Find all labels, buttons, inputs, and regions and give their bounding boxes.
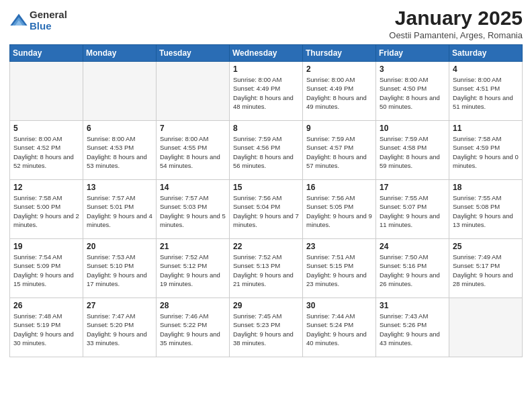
day-info: Sunrise: 8:00 AM Sunset: 4:50 PM Dayligh…	[380, 75, 445, 111]
calendar-week-4: 26Sunrise: 7:48 AM Sunset: 5:19 PM Dayli…	[10, 298, 523, 357]
day-info: Sunrise: 7:57 AM Sunset: 5:01 PM Dayligh…	[87, 193, 152, 229]
day-info: Sunrise: 7:52 AM Sunset: 5:13 PM Dayligh…	[233, 253, 299, 288]
calendar-cell: 16Sunrise: 7:56 AM Sunset: 5:05 PM Dayli…	[303, 180, 376, 239]
calendar-cell: 8Sunrise: 7:59 AM Sunset: 4:56 PM Daylig…	[230, 121, 303, 180]
day-info: Sunrise: 7:51 AM Sunset: 5:15 PM Dayligh…	[306, 253, 372, 288]
day-number: 16	[306, 183, 372, 192]
header-monday: Monday	[83, 45, 157, 62]
day-number: 23	[306, 242, 372, 251]
day-number: 31	[380, 301, 445, 310]
header-thursday: Thursday	[303, 45, 376, 62]
calendar-cell: 25Sunrise: 7:49 AM Sunset: 5:17 PM Dayli…	[449, 239, 523, 298]
day-info: Sunrise: 7:56 AM Sunset: 5:05 PM Dayligh…	[306, 193, 372, 229]
calendar-week-1: 5Sunrise: 8:00 AM Sunset: 4:52 PM Daylig…	[10, 121, 523, 180]
day-number: 11	[453, 124, 519, 133]
day-info: Sunrise: 7:43 AM Sunset: 5:26 PM Dayligh…	[380, 312, 445, 347]
calendar-cell: 15Sunrise: 7:56 AM Sunset: 5:04 PM Dayli…	[230, 180, 303, 239]
calendar-cell	[83, 62, 157, 121]
day-number: 12	[13, 183, 79, 192]
header-friday: Friday	[376, 45, 449, 62]
day-number: 20	[87, 242, 152, 251]
day-number: 24	[380, 242, 445, 251]
day-info: Sunrise: 7:58 AM Sunset: 4:59 PM Dayligh…	[453, 134, 519, 170]
page: General Blue January 2025 Oestii Pamante…	[0, 0, 532, 411]
calendar-week-3: 19Sunrise: 7:54 AM Sunset: 5:09 PM Dayli…	[10, 239, 523, 298]
calendar-cell: 11Sunrise: 7:58 AM Sunset: 4:59 PM Dayli…	[449, 121, 523, 180]
calendar-table: Sunday Monday Tuesday Wednesday Thursday…	[9, 44, 523, 357]
day-number: 7	[160, 124, 226, 133]
day-info: Sunrise: 7:52 AM Sunset: 5:12 PM Dayligh…	[160, 253, 226, 288]
calendar-cell: 21Sunrise: 7:52 AM Sunset: 5:12 PM Dayli…	[157, 239, 230, 298]
logo-blue: Blue	[30, 21, 67, 32]
day-info: Sunrise: 7:49 AM Sunset: 5:17 PM Dayligh…	[453, 253, 519, 288]
day-info: Sunrise: 7:59 AM Sunset: 4:58 PM Dayligh…	[380, 134, 445, 170]
calendar-week-2: 12Sunrise: 7:58 AM Sunset: 5:00 PM Dayli…	[10, 180, 523, 239]
weekday-header-row: Sunday Monday Tuesday Wednesday Thursday…	[10, 45, 523, 62]
day-number: 3	[380, 64, 445, 74]
day-number: 2	[306, 64, 372, 74]
calendar-cell: 31Sunrise: 7:43 AM Sunset: 5:26 PM Dayli…	[376, 298, 449, 357]
calendar-title: January 2025	[389, 7, 523, 29]
calendar-cell: 29Sunrise: 7:45 AM Sunset: 5:23 PM Dayli…	[230, 298, 303, 357]
day-number: 9	[306, 124, 372, 133]
day-number: 28	[160, 301, 226, 310]
calendar-week-0: 1Sunrise: 8:00 AM Sunset: 4:49 PM Daylig…	[10, 62, 523, 121]
logo-general: General	[30, 9, 67, 21]
calendar-cell: 1Sunrise: 8:00 AM Sunset: 4:49 PM Daylig…	[230, 62, 303, 121]
day-info: Sunrise: 7:46 AM Sunset: 5:22 PM Dayligh…	[160, 312, 226, 347]
day-number: 1	[233, 64, 299, 74]
day-info: Sunrise: 7:53 AM Sunset: 5:10 PM Dayligh…	[87, 253, 152, 288]
day-info: Sunrise: 8:00 AM Sunset: 4:55 PM Dayligh…	[160, 134, 226, 170]
day-number: 27	[87, 301, 152, 310]
day-info: Sunrise: 7:50 AM Sunset: 5:16 PM Dayligh…	[380, 253, 445, 288]
day-info: Sunrise: 8:00 AM Sunset: 4:53 PM Dayligh…	[87, 134, 152, 170]
calendar-cell: 6Sunrise: 8:00 AM Sunset: 4:53 PM Daylig…	[83, 121, 157, 180]
calendar-cell: 13Sunrise: 7:57 AM Sunset: 5:01 PM Dayli…	[83, 180, 157, 239]
day-info: Sunrise: 7:45 AM Sunset: 5:23 PM Dayligh…	[233, 312, 299, 347]
header: General Blue January 2025 Oestii Pamante…	[9, 7, 523, 40]
calendar-cell: 30Sunrise: 7:44 AM Sunset: 5:24 PM Dayli…	[303, 298, 376, 357]
calendar-cell: 2Sunrise: 8:00 AM Sunset: 4:49 PM Daylig…	[303, 62, 376, 121]
calendar-cell: 20Sunrise: 7:53 AM Sunset: 5:10 PM Dayli…	[83, 239, 157, 298]
day-info: Sunrise: 8:00 AM Sunset: 4:49 PM Dayligh…	[306, 75, 372, 111]
day-info: Sunrise: 7:54 AM Sunset: 5:09 PM Dayligh…	[13, 253, 79, 288]
calendar-cell: 14Sunrise: 7:57 AM Sunset: 5:03 PM Dayli…	[157, 180, 230, 239]
calendar-cell: 28Sunrise: 7:46 AM Sunset: 5:22 PM Dayli…	[157, 298, 230, 357]
calendar-cell: 22Sunrise: 7:52 AM Sunset: 5:13 PM Dayli…	[230, 239, 303, 298]
calendar-cell: 19Sunrise: 7:54 AM Sunset: 5:09 PM Dayli…	[10, 239, 83, 298]
day-number: 5	[13, 124, 79, 133]
day-number: 30	[306, 301, 372, 310]
calendar-cell: 4Sunrise: 8:00 AM Sunset: 4:51 PM Daylig…	[449, 62, 523, 121]
calendar-subtitle: Oestii Pamanteni, Arges, Romania	[389, 30, 523, 40]
day-number: 21	[160, 242, 226, 251]
calendar-cell: 10Sunrise: 7:59 AM Sunset: 4:58 PM Dayli…	[376, 121, 449, 180]
day-info: Sunrise: 7:55 AM Sunset: 5:07 PM Dayligh…	[380, 193, 445, 229]
calendar-cell: 7Sunrise: 8:00 AM Sunset: 4:55 PM Daylig…	[157, 121, 230, 180]
day-info: Sunrise: 7:57 AM Sunset: 5:03 PM Dayligh…	[160, 193, 226, 229]
logo: General Blue	[9, 9, 67, 32]
calendar-cell: 18Sunrise: 7:55 AM Sunset: 5:08 PM Dayli…	[449, 180, 523, 239]
header-tuesday: Tuesday	[157, 45, 230, 62]
header-sunday: Sunday	[10, 45, 83, 62]
day-number: 29	[233, 301, 299, 310]
calendar-cell	[157, 62, 230, 121]
calendar-cell: 5Sunrise: 8:00 AM Sunset: 4:52 PM Daylig…	[10, 121, 83, 180]
day-info: Sunrise: 8:00 AM Sunset: 4:52 PM Dayligh…	[13, 134, 79, 170]
calendar-cell: 27Sunrise: 7:47 AM Sunset: 5:20 PM Dayli…	[83, 298, 157, 357]
day-number: 4	[453, 64, 519, 74]
day-number: 15	[233, 183, 299, 192]
calendar-cell: 12Sunrise: 7:58 AM Sunset: 5:00 PM Dayli…	[10, 180, 83, 239]
day-info: Sunrise: 7:59 AM Sunset: 4:56 PM Dayligh…	[233, 134, 299, 170]
day-number: 10	[380, 124, 445, 133]
day-number: 26	[13, 301, 79, 310]
title-block: January 2025 Oestii Pamanteni, Arges, Ro…	[389, 7, 523, 40]
day-info: Sunrise: 7:59 AM Sunset: 4:57 PM Dayligh…	[306, 134, 372, 170]
day-number: 22	[233, 242, 299, 251]
calendar-cell: 23Sunrise: 7:51 AM Sunset: 5:15 PM Dayli…	[303, 239, 376, 298]
header-wednesday: Wednesday	[230, 45, 303, 62]
header-saturday: Saturday	[449, 45, 523, 62]
day-number: 6	[87, 124, 152, 133]
calendar-cell: 3Sunrise: 8:00 AM Sunset: 4:50 PM Daylig…	[376, 62, 449, 121]
day-number: 8	[233, 124, 299, 133]
logo-text: General Blue	[30, 9, 67, 32]
